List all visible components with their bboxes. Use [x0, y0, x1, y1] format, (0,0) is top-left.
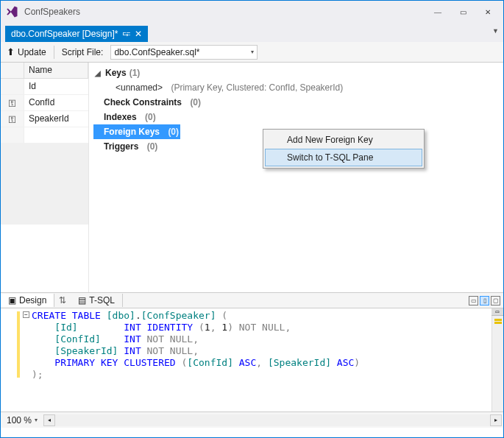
- table-row[interactable]: Id: [1, 79, 88, 95]
- zoom-value: 100 %: [7, 415, 32, 425]
- layout-vertical-button[interactable]: ▯: [480, 296, 489, 305]
- overview-marker: [494, 319, 502, 321]
- columns-grid[interactable]: Name Id ConfId SpeakerId: [1, 63, 89, 292]
- status-bar: 100 % ▾ ◂ ▸: [1, 411, 503, 428]
- tree-node-foreign-keys[interactable]: Foreign Keys (0): [93, 124, 180, 139]
- document-tab-confspeaker[interactable]: dbo.ConfSpeaker [Design]* ⮓ ✕: [5, 26, 148, 42]
- tree-count: (0): [145, 112, 156, 122]
- pane-tab-tsql[interactable]: ▤ T-SQL: [71, 294, 123, 307]
- code-overview-ruler[interactable]: ▭: [491, 308, 503, 411]
- column-name: [24, 127, 88, 143]
- split-editor-button[interactable]: ▭: [491, 308, 503, 316]
- pane-tab-label: Design: [19, 295, 46, 305]
- update-button[interactable]: ⬆ Update: [7, 46, 46, 57]
- grid-empty-area: [1, 144, 88, 225]
- menu-item-add-foreign-key[interactable]: Add New Foreign Key: [265, 131, 422, 149]
- pane-tab-label: T-SQL: [89, 295, 115, 305]
- table-row[interactable]: SpeakerId: [1, 111, 88, 127]
- row-key-icon: [1, 95, 24, 110]
- overview-marker: [494, 322, 502, 324]
- horizontal-scrollbar[interactable]: ◂ ▸: [43, 414, 502, 426]
- layout-buttons: ▭ ▯ ▢: [469, 296, 500, 305]
- update-arrow-icon: ⬆: [7, 46, 15, 57]
- script-file-label: Script File:: [62, 47, 104, 57]
- tree-node-keys[interactable]: ◢ Keys (1): [93, 66, 499, 80]
- row-key-icon: [1, 111, 24, 127]
- tree-count: (0): [168, 127, 179, 137]
- expand-arrow-icon[interactable]: ◢: [93, 69, 102, 77]
- tree-node-check-constraints[interactable]: Check Constraints (0): [93, 95, 499, 110]
- pin-icon[interactable]: ⮓: [122, 29, 130, 38]
- header-icon-col: [1, 63, 24, 78]
- tree-node-indexes[interactable]: Indexes (0): [93, 110, 499, 124]
- menu-item-switch-tsql[interactable]: Switch to T-SQL Pane: [265, 149, 422, 166]
- code-text[interactable]: CREATE TABLE [dbo].[ConfSpeaker] ( [Id] …: [32, 310, 490, 381]
- table-row[interactable]: [1, 127, 88, 144]
- row-key-icon: [1, 79, 24, 94]
- script-file-value: dbo.ConfSpeaker.sql*: [114, 47, 199, 57]
- scroll-left-button[interactable]: ◂: [43, 414, 55, 426]
- title-bar: ConfSpeakers — ▭ ✕: [1, 1, 503, 23]
- pane-tab-design[interactable]: ▣ Design: [1, 294, 54, 307]
- code-gutter: [1, 308, 21, 411]
- change-marker: [17, 311, 20, 378]
- tree-count: (1): [129, 68, 141, 78]
- swap-panes-button[interactable]: ⇅: [54, 295, 71, 305]
- scroll-right-button[interactable]: ▸: [490, 414, 502, 426]
- chevron-down-icon: ▾: [35, 417, 38, 423]
- tree-label: Keys: [105, 68, 127, 78]
- menu-item-label: Switch to T-SQL Pane: [287, 152, 373, 163]
- tab-close-icon[interactable]: ✕: [135, 29, 142, 39]
- tree-label: Check Constraints: [104, 97, 182, 107]
- tree-node-primary-key[interactable]: <unnamed> (Primary Key, Clustered: ConfI…: [93, 80, 499, 95]
- tree-child-detail: (Primary Key, Clustered: ConfId, Speaker…: [171, 82, 343, 93]
- app-title: ConfSpeakers: [24, 7, 427, 17]
- tree-child-label: <unnamed>: [116, 82, 163, 93]
- column-name: Id: [24, 79, 88, 94]
- columns-grid-header: Name: [1, 63, 88, 79]
- zoom-control[interactable]: 100 % ▾: [1, 415, 43, 425]
- tsql-code-pane[interactable]: − CREATE TABLE [dbo].[ConfSpeaker] ( [Id…: [1, 308, 503, 411]
- constraints-tree[interactable]: ◢ Keys (1) <unnamed> (Primary Key, Clust…: [89, 63, 503, 292]
- column-name: SpeakerId: [24, 111, 88, 127]
- close-window-button[interactable]: ✕: [477, 4, 499, 20]
- pane-tab-strip: ▣ Design ⇅ ▤ T-SQL ▭ ▯ ▢: [1, 292, 503, 308]
- tab-label: dbo.ConfSpeaker [Design]*: [11, 29, 118, 39]
- tree-label: Foreign Keys: [104, 127, 160, 137]
- minimize-button[interactable]: —: [427, 4, 449, 20]
- column-name: ConfId: [24, 95, 88, 110]
- update-label: Update: [18, 47, 46, 57]
- collapse-toggle-icon[interactable]: −: [23, 311, 29, 318]
- document-tab-row: dbo.ConfSpeaker [Design]* ⮓ ✕ ▼: [1, 23, 503, 42]
- tree-count: (0): [147, 141, 158, 152]
- tree-count: (0): [190, 97, 201, 107]
- tree-label: Triggers: [104, 141, 138, 152]
- chevron-down-icon: ▾: [251, 49, 254, 55]
- layout-horizontal-button[interactable]: ▭: [469, 296, 478, 305]
- toolbar-separator: [54, 46, 54, 59]
- design-icon: ▣: [8, 295, 16, 305]
- design-surface: Name Id ConfId SpeakerId ◢ Keys (1) <unn…: [1, 63, 503, 292]
- sql-icon: ▤: [78, 295, 86, 305]
- designer-toolbar: ⬆ Update Script File: dbo.ConfSpeaker.sq…: [1, 42, 503, 63]
- maximize-button[interactable]: ▭: [452, 4, 474, 20]
- table-row[interactable]: ConfId: [1, 95, 88, 111]
- script-file-dropdown[interactable]: dbo.ConfSpeaker.sql* ▾: [110, 45, 258, 60]
- tree-label: Indexes: [104, 112, 137, 122]
- header-name-col: Name: [24, 63, 88, 78]
- layout-single-button[interactable]: ▢: [491, 296, 500, 305]
- menu-item-label: Add New Foreign Key: [287, 135, 373, 145]
- context-menu: Add New Foreign Key Switch to T-SQL Pane: [263, 129, 425, 169]
- vs-logo-icon: [5, 5, 18, 18]
- scroll-track[interactable]: [55, 414, 490, 426]
- row-key-icon: [1, 127, 24, 143]
- tab-overflow-button[interactable]: ▼: [492, 27, 499, 35]
